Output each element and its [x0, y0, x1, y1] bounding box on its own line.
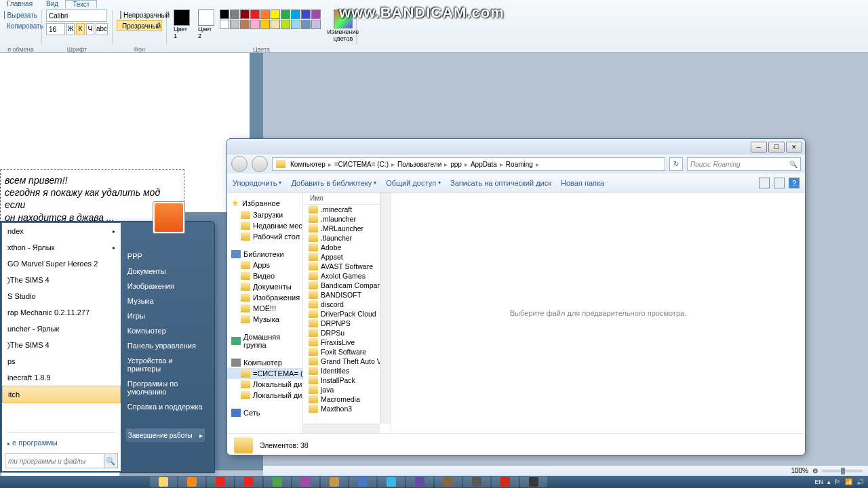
zoom-slider[interactable]: [822, 470, 863, 472]
color-swatch[interactable]: [271, 20, 280, 29]
nav-group-head[interactable]: Сеть: [227, 407, 302, 418]
color-swatch[interactable]: [260, 20, 270, 29]
file-item[interactable]: .MRLauncher: [303, 224, 391, 233]
file-item[interactable]: Macromedia: [303, 394, 391, 404]
explorer-search-box[interactable]: Поиск: Roaming 🔍: [687, 157, 801, 171]
user-avatar[interactable]: [153, 201, 185, 234]
file-item[interactable]: Grand Theft Auto V: [303, 357, 391, 366]
nav-group-head[interactable]: ★Избранное: [227, 197, 302, 209]
nav-item[interactable]: МОЁ!!!: [227, 303, 302, 314]
file-item[interactable]: DRPSu: [303, 328, 391, 338]
start-place-item[interactable]: Панель управления: [125, 338, 210, 353]
all-programs-button[interactable]: ▸ е программы: [2, 434, 121, 451]
start-program-item[interactable]: )The SIMS 4: [2, 337, 121, 353]
color-swatch[interactable]: [271, 9, 280, 19]
zoom-out-button[interactable]: ⊖: [812, 467, 818, 474]
horizontal-scrollbar[interactable]: [303, 424, 380, 433]
close-button[interactable]: ✕: [786, 142, 802, 152]
start-place-item[interactable]: Программы по умолчанию: [125, 376, 210, 399]
font-size-select[interactable]: [46, 23, 65, 35]
file-item[interactable]: DriverPack Cloud: [303, 309, 391, 319]
file-item[interactable]: Maxthon3: [303, 404, 391, 413]
taskbar-app[interactable]: [321, 476, 348, 487]
color-swatch[interactable]: [281, 9, 290, 19]
file-item[interactable]: Foxit Software: [303, 347, 391, 357]
burn-button[interactable]: Записать на оптический диск: [450, 179, 551, 187]
taskbar-app[interactable]: [492, 476, 519, 487]
start-program-item[interactable]: GO Marvel Super Heroes 2: [2, 256, 121, 272]
file-item[interactable]: DRPNPS: [303, 319, 391, 328]
color-swatch[interactable]: [230, 20, 239, 29]
new-folder-button[interactable]: Новая папка: [561, 179, 604, 187]
taskbar-app[interactable]: [349, 476, 376, 487]
breadcrumb-segment[interactable]: ppp: [448, 161, 465, 168]
file-item[interactable]: .tlauncher: [303, 233, 391, 243]
start-place-item[interactable]: Изображения: [125, 279, 210, 293]
start-search-box[interactable]: 🔍: [5, 453, 118, 468]
tab-view[interactable]: Вид: [39, 0, 65, 8]
start-program-item[interactable]: itch: [2, 386, 121, 403]
taskbar-app[interactable]: [463, 476, 490, 487]
nav-item[interactable]: Локальный диск (E: [227, 390, 302, 401]
color-swatch[interactable]: [260, 9, 270, 19]
cut-button[interactable]: Вырезать: [4, 9, 37, 20]
breadcrumb-segment[interactable]: =СИСТЕМА= (C:): [332, 161, 391, 168]
color-swatch[interactable]: [220, 9, 229, 19]
bold-button[interactable]: Ж: [66, 23, 75, 35]
start-program-item[interactable]: uncher - Ярлык: [2, 321, 121, 337]
breadcrumb-segment[interactable]: Пользователи: [395, 161, 444, 168]
color-swatch[interactable]: [311, 9, 321, 19]
search-icon[interactable]: 🔍: [104, 454, 117, 468]
color2-button[interactable]: Цвет 2: [195, 9, 217, 39]
forward-button[interactable]: [252, 156, 268, 172]
start-program-item[interactable]: ndex▸: [2, 223, 121, 239]
strike-button[interactable]: abc: [96, 23, 108, 35]
taskbar-app[interactable]: [292, 476, 319, 487]
nav-group-head[interactable]: Компьютер: [227, 357, 302, 368]
start-program-item[interactable]: S Studio: [2, 288, 121, 304]
nav-item[interactable]: Загрузки: [227, 209, 302, 220]
color-swatch[interactable]: [311, 20, 321, 29]
nav-group-head[interactable]: Библиотеки: [227, 249, 302, 260]
color-swatch[interactable]: [240, 20, 250, 29]
start-program-item[interactable]: )The SIMS 4: [2, 272, 121, 288]
start-place-item[interactable]: Документы: [125, 264, 210, 279]
file-item[interactable]: FiraxisLive: [303, 338, 391, 347]
file-item[interactable]: BANDISOFT: [303, 290, 391, 300]
breadcrumb-segment[interactable]: Компьютер: [288, 161, 328, 168]
nav-item[interactable]: Локальный диск (D: [227, 379, 302, 390]
help-button[interactable]: ?: [789, 178, 800, 188]
start-program-item[interactable]: inecraft 1.8.9: [2, 369, 121, 386]
maximize-button[interactable]: ☐: [768, 142, 785, 152]
breadcrumb-segment[interactable]: Roaming: [503, 161, 536, 168]
taskbar-app[interactable]: [235, 476, 262, 487]
taskbar-app[interactable]: [378, 476, 405, 487]
file-item[interactable]: .minecraft: [303, 205, 391, 214]
taskbar-app[interactable]: [435, 476, 462, 487]
file-item[interactable]: InstallPack: [303, 375, 391, 385]
taskbar-app[interactable]: [178, 476, 205, 487]
start-place-item[interactable]: Компьютер: [125, 323, 210, 338]
minimize-button[interactable]: ─: [751, 142, 767, 152]
transparent-bg-button[interactable]: Прозрачный: [117, 20, 162, 31]
color1-button[interactable]: Цвет 1: [171, 9, 193, 39]
start-program-item[interactable]: xthon - Ярлык▸: [2, 239, 121, 256]
start-program-item[interactable]: ps: [2, 353, 121, 369]
start-place-item[interactable]: Справка и поддержка: [125, 399, 210, 414]
network-icon[interactable]: 📶: [845, 479, 852, 485]
italic-button[interactable]: К: [76, 23, 84, 35]
file-item[interactable]: Appset: [303, 252, 391, 262]
window-titlebar[interactable]: ─ ☐ ✕: [227, 139, 805, 155]
start-place-item[interactable]: PPP: [125, 249, 210, 264]
nav-item[interactable]: Документы: [227, 281, 302, 292]
share-button[interactable]: Общий доступ ▾: [386, 179, 441, 187]
color-swatch[interactable]: [230, 9, 239, 19]
nav-item[interactable]: Apps: [227, 260, 302, 270]
back-button[interactable]: [231, 156, 248, 172]
organize-button[interactable]: Упорядочить ▾: [233, 179, 281, 187]
color-swatch[interactable]: [281, 20, 290, 29]
color-swatch[interactable]: [291, 20, 300, 29]
file-item[interactable]: Bandicam Company: [303, 281, 391, 290]
underline-button[interactable]: Ч: [86, 23, 94, 35]
column-name-header[interactable]: Имя: [303, 192, 391, 205]
